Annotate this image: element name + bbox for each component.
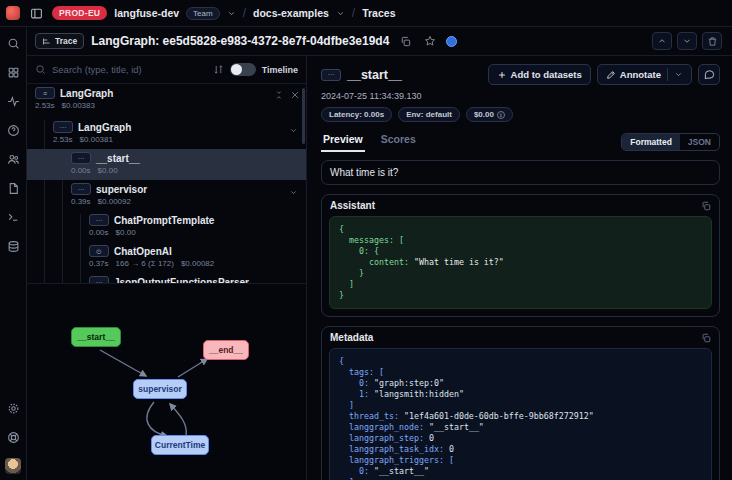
chat-bubble-icon xyxy=(704,69,715,80)
datasets-nav-button[interactable] xyxy=(5,180,21,196)
bookmark-trace-button[interactable] xyxy=(421,32,439,50)
chevron-down-icon xyxy=(682,36,692,46)
chevron-down-icon[interactable] xyxy=(289,126,298,135)
terminal-icon xyxy=(7,211,20,224)
latency-value: 0.00s xyxy=(89,228,109,237)
evaluations-nav-button[interactable] xyxy=(5,238,21,254)
span-type-icon: ⋯ xyxy=(71,183,91,195)
tree-row-langgraph-root[interactable]: ≡LangGraph 2.53s$0.00383 xyxy=(27,84,306,118)
agent-graph-panel: __start__ __end__ supervisor CurrentTime xyxy=(27,283,306,480)
trace-title: LangGraph: ee5d5828-e983-4372-8e7f-04dfb… xyxy=(91,34,389,48)
playground-nav-button[interactable] xyxy=(5,209,21,225)
timeline-toggle[interactable] xyxy=(230,63,256,76)
cost-value: $0.00 xyxy=(98,166,118,175)
support-nav-button[interactable] xyxy=(5,429,21,445)
next-trace-button[interactable] xyxy=(677,32,697,50)
sort-icon[interactable] xyxy=(213,64,224,75)
app-logo-icon xyxy=(6,6,20,20)
breadcrumb-org[interactable]: langfuse-dev xyxy=(114,7,179,19)
chevron-down-icon[interactable] xyxy=(227,9,236,18)
observation-tree-panel: Timeline ≡LangGraph 2.53s$0.00383 ⋯LangG… xyxy=(27,56,306,480)
breadcrumb-project[interactable]: docs-examples xyxy=(253,7,329,19)
settings-nav-button[interactable] xyxy=(5,400,21,416)
assistant-json-block: { messages: [ 0: { content: "What time i… xyxy=(329,216,712,309)
tab-preview[interactable]: Preview xyxy=(321,131,365,152)
environment-badge: Env: default xyxy=(398,107,460,122)
cost-value: $0.00383 xyxy=(62,101,95,110)
cost-badge: $0.00 i xyxy=(466,107,513,122)
tree-row-chatopenai[interactable]: ⊙ChatOpenAI 0.37s166 → 6 (Σ 172)$0.00082 xyxy=(27,242,306,273)
copy-trace-id-button[interactable] xyxy=(396,32,414,50)
span-type-icon: ⋯ xyxy=(53,121,73,133)
graph-node-supervisor[interactable]: supervisor xyxy=(133,379,187,399)
sidebar-toggle-button[interactable] xyxy=(27,4,45,22)
help-circle-icon xyxy=(7,124,20,137)
copy-icon xyxy=(701,201,711,211)
environment-badge: PROD-EU xyxy=(52,6,107,20)
toggle-knob xyxy=(231,64,242,75)
format-toggle: Formatted JSON xyxy=(621,133,720,151)
chevron-down-icon[interactable] xyxy=(674,70,683,79)
breadcrumb-separator: / xyxy=(352,6,355,20)
format-formatted-option[interactable]: Formatted xyxy=(622,134,680,150)
dashboard-nav-button[interactable] xyxy=(5,64,21,80)
chevron-down-icon[interactable] xyxy=(336,9,345,18)
observation-tree: ≡LangGraph 2.53s$0.00383 ⋯LangGraph 2.53… xyxy=(27,84,306,283)
trace-nav-controls xyxy=(652,32,722,50)
trace-tree-icon xyxy=(42,37,51,46)
tree-search-input[interactable] xyxy=(52,64,207,75)
search-icon xyxy=(7,37,20,50)
detail-header: ⋯ __start__ Add to datasets Annotate xyxy=(321,64,720,85)
cost-value: $0.00381 xyxy=(80,135,113,144)
user-avatar[interactable] xyxy=(5,458,21,474)
search-nav-button[interactable] xyxy=(5,35,21,51)
metadata-json-block: { tags: [ 0: "graph:step:0" 1: "langsmit… xyxy=(329,348,712,480)
tab-scores[interactable]: Scores xyxy=(379,131,418,152)
previous-trace-button[interactable] xyxy=(652,32,672,50)
prompts-nav-button[interactable] xyxy=(5,122,21,138)
latency-value: 2.53s xyxy=(53,135,73,144)
chevron-down-icon[interactable] xyxy=(289,188,298,197)
tree-row-start-selected[interactable]: ⋯__start__ 0.00s$0.00 xyxy=(27,149,306,180)
trace-header: Trace LangGraph: ee5d5828-e983-4372-8e7f… xyxy=(27,27,732,56)
assistant-output-card: Assistant { messages: [ 0: { content: "W… xyxy=(321,194,720,317)
users-nav-button[interactable] xyxy=(5,151,21,167)
add-to-datasets-button[interactable]: Add to datasets xyxy=(488,64,591,85)
metadata-card: Metadata { tags: [ 0: "graph:step:0" 1: … xyxy=(321,326,720,480)
detail-actions: Add to datasets Annotate xyxy=(488,64,720,85)
graph-node-currenttime[interactable]: CurrentTime xyxy=(151,435,209,455)
breadcrumb-section[interactable]: Traces xyxy=(362,7,395,19)
comments-button[interactable] xyxy=(698,64,720,85)
delete-trace-button[interactable] xyxy=(702,32,722,50)
trace-type-badge: Trace xyxy=(35,33,84,49)
life-buoy-icon xyxy=(7,431,20,444)
panel-left-icon xyxy=(30,7,43,20)
span-type-icon: ⋯ xyxy=(89,276,109,283)
copy-metadata-button[interactable] xyxy=(701,333,711,343)
copy-output-button[interactable] xyxy=(701,201,711,211)
left-icon-rail xyxy=(0,27,27,480)
breadcrumb-separator: / xyxy=(243,6,246,20)
tree-row-langgraph-span[interactable]: ⋯LangGraph 2.53s$0.00381 xyxy=(27,118,306,149)
annotate-button[interactable]: Annotate xyxy=(597,64,692,85)
generation-type-icon: ⊙ xyxy=(89,245,109,257)
search-icon xyxy=(35,64,46,75)
graph-node-start[interactable]: __start__ xyxy=(71,327,121,347)
input-preview: What time is it? xyxy=(321,160,720,185)
tree-row-supervisor[interactable]: ⋯supervisor 0.39s$0.00092 xyxy=(27,180,306,211)
observation-title: __start__ xyxy=(347,68,402,82)
graph-node-end[interactable]: __end__ xyxy=(203,340,249,360)
metadata-heading: Metadata xyxy=(330,332,373,343)
tracing-nav-button[interactable] xyxy=(5,93,21,109)
users-icon xyxy=(7,153,20,166)
span-type-icon: ⋯ xyxy=(321,69,341,81)
tree-row-chatprompttemplate[interactable]: ⋯ChatPromptTemplate 0.00s$0.00 xyxy=(27,211,306,242)
org-plan-badge: Team xyxy=(186,7,220,20)
info-icon[interactable]: i xyxy=(497,111,505,119)
tree-scrollbar[interactable] xyxy=(302,88,305,144)
public-visibility-icon[interactable] xyxy=(446,36,457,47)
activity-icon xyxy=(7,95,20,108)
tree-row-jsonoutputfunctionsparser[interactable]: ⋯JsonOutputFunctionsParser xyxy=(27,273,306,283)
format-json-option[interactable]: JSON xyxy=(680,134,719,150)
latency-value: 0.37s xyxy=(89,259,109,268)
